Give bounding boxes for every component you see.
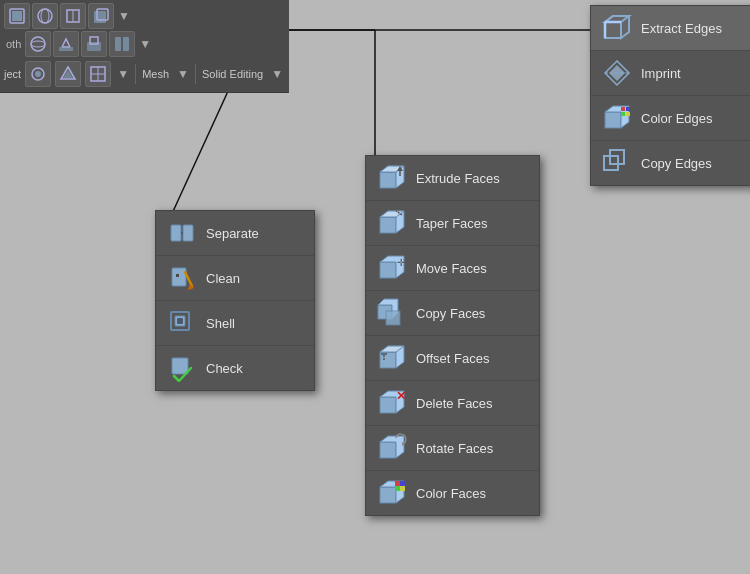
color-faces-item[interactable]: Color Faces xyxy=(366,471,539,515)
svg-point-15 xyxy=(31,41,45,47)
svg-rect-64 xyxy=(380,487,396,503)
toolbar-btn-1[interactable] xyxy=(4,3,30,29)
imprint-icon xyxy=(601,57,633,89)
taper-faces-item[interactable]: Taper Faces xyxy=(366,201,539,246)
toolbar-row-1: ▼ xyxy=(4,3,285,29)
taper-faces-label: Taper Faces xyxy=(416,216,488,231)
edges-menu: Extract Edges Imprint Color Edges xyxy=(590,5,750,186)
offset-faces-icon xyxy=(376,342,408,374)
svg-rect-33 xyxy=(176,274,179,277)
move-faces-icon: ✛ xyxy=(376,252,408,284)
copy-edges-icon xyxy=(601,147,633,179)
extract-edges-icon xyxy=(601,12,633,44)
shell-label: Shell xyxy=(206,316,235,331)
copy-faces-icon xyxy=(376,297,408,329)
toolbar-btn-11[interactable] xyxy=(85,61,111,87)
shell-item[interactable]: Shell xyxy=(156,301,314,346)
solid-editing-label: Solid Editing xyxy=(200,68,265,80)
svg-rect-69 xyxy=(400,486,405,491)
svg-rect-29 xyxy=(171,225,181,241)
solid-menu: Separate Clean Shell xyxy=(155,210,315,391)
separate-icon xyxy=(166,217,198,249)
toolbar-dropdown-5[interactable]: ▼ xyxy=(269,61,285,87)
svg-rect-78 xyxy=(605,112,621,128)
toolbar-btn-9[interactable] xyxy=(25,61,51,87)
toolbar-btn-7[interactable] xyxy=(81,31,107,57)
offset-faces-label: Offset Faces xyxy=(416,351,489,366)
clean-item[interactable]: Clean xyxy=(156,256,314,301)
separate-item[interactable]: Separate xyxy=(156,211,314,256)
svg-point-8 xyxy=(38,9,52,23)
svg-text:✛: ✛ xyxy=(397,257,405,268)
toolbar-dropdown-2[interactable]: ▼ xyxy=(137,31,153,57)
offset-faces-item[interactable]: Offset Faces xyxy=(366,336,539,381)
svg-rect-81 xyxy=(626,107,630,111)
copy-faces-label: Copy Faces xyxy=(416,306,485,321)
svg-rect-80 xyxy=(621,107,625,111)
separator-2 xyxy=(195,64,196,84)
svg-rect-70 xyxy=(605,22,621,38)
svg-rect-39 xyxy=(380,172,396,188)
svg-rect-83 xyxy=(626,112,630,116)
extrude-faces-item[interactable]: Extrude Faces xyxy=(366,156,539,201)
ject-label: ject xyxy=(4,68,21,80)
delete-faces-icon: ✕ xyxy=(376,387,408,419)
toolbar-dropdown-1[interactable]: ▼ xyxy=(116,3,132,29)
svg-rect-47 xyxy=(380,262,396,278)
svg-rect-61 xyxy=(380,442,396,458)
svg-point-9 xyxy=(41,9,49,23)
svg-rect-12 xyxy=(94,11,106,23)
smooth-label: oth xyxy=(4,38,23,50)
faces-menu: Extrude Faces Taper Faces ✛ Move Faces xyxy=(365,155,540,516)
copy-edges-label: Copy Edges xyxy=(641,156,712,171)
svg-rect-66 xyxy=(395,481,400,486)
svg-rect-68 xyxy=(395,486,400,491)
toolbar-btn-6[interactable] xyxy=(53,31,79,57)
toolbar-btn-10[interactable] xyxy=(55,61,81,87)
color-edges-item[interactable]: Color Edges xyxy=(591,96,750,141)
copy-faces-item[interactable]: Copy Faces xyxy=(366,291,539,336)
move-faces-item[interactable]: ✛ Move Faces xyxy=(366,246,539,291)
check-icon xyxy=(166,352,198,384)
svg-rect-17 xyxy=(59,47,73,51)
clean-icon xyxy=(166,262,198,294)
toolbar-btn-8[interactable] xyxy=(109,31,135,57)
copy-edges-item[interactable]: Copy Edges xyxy=(591,141,750,185)
rotate-faces-item[interactable]: Rotate Faces xyxy=(366,426,539,471)
toolbar: ▼ oth xyxy=(0,0,289,93)
svg-rect-44 xyxy=(380,217,396,233)
svg-point-23 xyxy=(35,71,41,77)
toolbar-btn-4[interactable] xyxy=(88,3,114,29)
svg-rect-30 xyxy=(183,225,193,241)
toolbar-btn-2[interactable] xyxy=(32,3,58,29)
svg-text:✕: ✕ xyxy=(396,389,406,403)
check-label: Check xyxy=(206,361,243,376)
extrude-faces-icon xyxy=(376,162,408,194)
toolbar-btn-5[interactable] xyxy=(25,31,51,57)
toolbar-row-3: ject ▼ xyxy=(4,59,285,89)
taper-faces-icon xyxy=(376,207,408,239)
imprint-label: Imprint xyxy=(641,66,681,81)
extract-edges-item[interactable]: Extract Edges xyxy=(591,6,750,51)
separate-label: Separate xyxy=(206,226,259,241)
svg-rect-20 xyxy=(115,37,121,51)
svg-rect-67 xyxy=(400,481,405,486)
delete-faces-item[interactable]: ✕ Delete Faces xyxy=(366,381,539,426)
color-faces-icon xyxy=(376,477,408,509)
toolbar-btn-3[interactable] xyxy=(60,3,86,29)
toolbar-dropdown-3[interactable]: ▼ xyxy=(115,61,131,87)
extract-edges-label: Extract Edges xyxy=(641,21,722,36)
check-item[interactable]: Check xyxy=(156,346,314,390)
toolbar-dropdown-4[interactable]: ▼ xyxy=(175,61,191,87)
delete-faces-label: Delete Faces xyxy=(416,396,493,411)
extrude-faces-label: Extrude Faces xyxy=(416,171,500,186)
color-edges-icon xyxy=(601,102,633,134)
imprint-item[interactable]: Imprint xyxy=(591,51,750,96)
rotate-faces-icon xyxy=(376,432,408,464)
svg-rect-38 xyxy=(172,358,188,374)
separator-1 xyxy=(135,64,136,84)
clean-label: Clean xyxy=(206,271,240,286)
mesh-label: Mesh xyxy=(140,68,171,80)
shell-icon xyxy=(166,307,198,339)
svg-point-14 xyxy=(31,37,45,51)
